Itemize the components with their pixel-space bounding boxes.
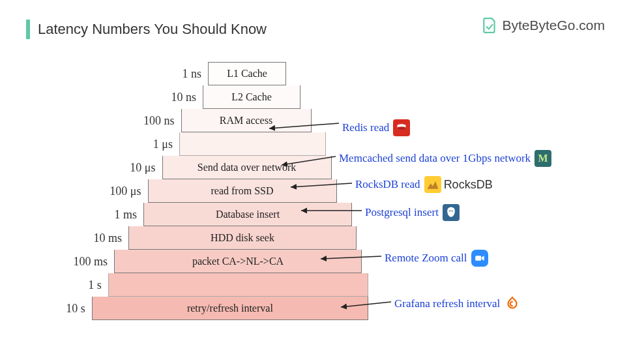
pyramid-block: [108, 273, 368, 297]
annotation-text: Postgresql insert: [365, 206, 439, 219]
annotation: Postgresql insert: [365, 204, 460, 221]
time-label: 100 ns: [29, 109, 181, 132]
brand-text: ByteByteGo.com: [502, 18, 605, 33]
title-accent-bar: [26, 20, 30, 39]
pyramid-block: RAM access: [181, 109, 312, 132]
pyramid-block: [179, 132, 326, 156]
time-label: 100 μs: [29, 179, 148, 203]
annotation: Memcached send data over 1Gbps networkM: [339, 150, 551, 167]
pyramid-row: 100 μsread from SSD: [29, 179, 368, 203]
time-label: 1 ns: [29, 62, 208, 85]
postgres-icon: [443, 204, 460, 221]
rocksdb-wordmark: RocksDB: [444, 178, 493, 192]
rocksdb-icon: [424, 176, 441, 193]
svg-rect-4: [475, 256, 481, 261]
grafana-icon: [504, 295, 521, 312]
memcached-icon: M: [534, 150, 551, 167]
annotation: Remote Zoom call: [385, 250, 488, 267]
svg-point-2: [449, 211, 450, 212]
pyramid-block: HDD disk seek: [128, 226, 357, 250]
annotation-text: Grafana refresh interval: [394, 297, 500, 310]
pyramid-row: 1 msDatabase insert: [29, 203, 368, 226]
pyramid-block: read from SSD: [148, 179, 337, 203]
page-title: Latency Numbers You Should Know: [38, 21, 267, 38]
pyramid-block: retry/refresh interval: [92, 297, 368, 320]
annotation-text: Remote Zoom call: [385, 252, 467, 265]
pyramid-row: 1 s: [29, 273, 368, 297]
brand-icon: [481, 17, 498, 34]
zoom-icon: [471, 250, 488, 267]
pyramid-block: L1 Cache: [208, 62, 286, 85]
pyramid-block: L2 Cache: [203, 85, 300, 109]
annotation: RocksDB readRocksDB: [355, 176, 493, 193]
time-label: 1 μs: [29, 132, 179, 156]
pyramid-row: 100 mspacket CA->NL->CA: [29, 250, 368, 273]
pyramid-block: packet CA->NL->CA: [114, 250, 362, 273]
time-label: 10 ns: [29, 85, 203, 109]
pyramid-row: 1 μs: [29, 132, 368, 156]
pyramid-row: 10 msHDD disk seek: [29, 226, 368, 250]
pyramid-row: 10 nsL2 Cache: [29, 85, 368, 109]
pyramid-row: 10 sretry/refresh interval: [29, 297, 368, 320]
annotation: Grafana refresh interval: [394, 295, 521, 312]
header: Latency Numbers You Should Know: [26, 20, 267, 39]
time-label: 10 ms: [29, 226, 128, 250]
redis-icon: [393, 119, 410, 136]
latency-pyramid: 1 nsL1 Cache10 nsL2 Cache100 nsRAM acces…: [29, 62, 368, 320]
svg-point-0: [398, 124, 406, 127]
time-label: 1 ms: [29, 203, 143, 226]
time-label: 10 s: [29, 297, 92, 320]
brand-logo: ByteByteGo.com: [481, 17, 605, 34]
time-label: 100 ms: [29, 250, 114, 273]
pyramid-block: Database insert: [143, 203, 352, 226]
pyramid-row: 10 μsSend data over network: [29, 156, 368, 179]
svg-point-3: [452, 211, 453, 212]
pyramid-row: 100 nsRAM access: [29, 109, 368, 132]
time-label: 1 s: [29, 273, 108, 297]
pyramid-block: Send data over network: [162, 156, 332, 179]
time-label: 10 μs: [29, 156, 162, 179]
svg-point-1: [398, 126, 406, 130]
pyramid-row: 1 nsL1 Cache: [29, 62, 368, 85]
